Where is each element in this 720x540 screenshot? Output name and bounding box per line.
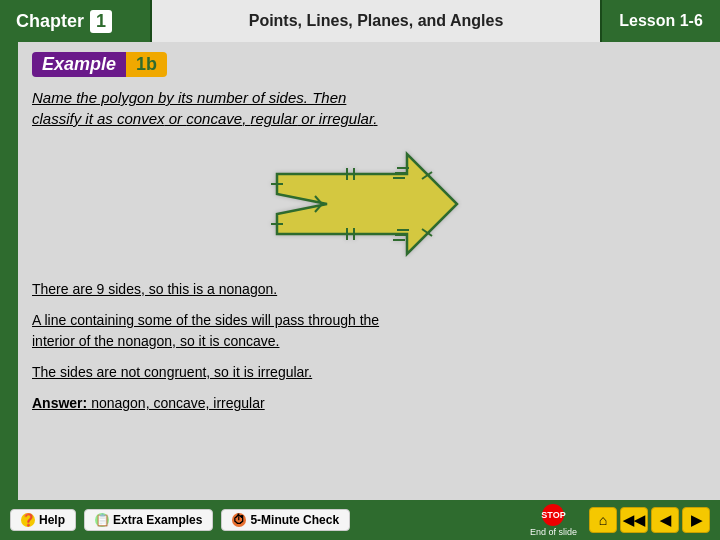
chapter-label: Chapter 1 — [0, 0, 152, 42]
answer-line-3: The sides are not congruent, so it is ir… — [32, 362, 702, 383]
chapter-word: Chapter — [16, 11, 84, 32]
home-button[interactable]: ⌂ — [589, 507, 617, 533]
polygon-svg — [247, 144, 487, 264]
chapter-number: 1 — [90, 10, 112, 33]
help-label: Help — [39, 513, 65, 527]
check-icon: ⏱ — [232, 513, 246, 527]
back-button[interactable]: ◀ — [651, 507, 679, 533]
example-label: Example — [32, 52, 126, 77]
back-back-button[interactable]: ◀◀ — [620, 507, 648, 533]
question-text: Name the polygon by its number of sides.… — [32, 87, 702, 129]
stop-circle: STOP — [542, 504, 564, 526]
example-number: 1b — [126, 52, 167, 77]
help-icon: ❓ — [21, 513, 35, 527]
end-of-slide-text: End of slide — [530, 527, 577, 537]
home-icon: ⌂ — [599, 512, 607, 528]
end-of-slide-badge: STOP End of slide — [530, 504, 577, 537]
header-bar: Chapter 1 Points, Lines, Planes, and Ang… — [0, 0, 720, 42]
five-minute-check-button[interactable]: ⏱ 5-Minute Check — [221, 509, 350, 531]
answer-2a: A line containing some of the sides will… — [32, 312, 379, 328]
header-lesson: Lesson 1-6 — [600, 0, 720, 42]
back-icon: ◀ — [660, 512, 671, 528]
forward-icon: ▶ — [691, 512, 702, 528]
back-back-icon: ◀◀ — [623, 512, 645, 528]
answer-2b: interior of the nonagon, so it is concav… — [32, 333, 279, 349]
example-badge: Example 1b — [32, 52, 702, 77]
main-wrapper: Example 1b Name the polygon by its numbe… — [0, 42, 720, 500]
forward-button[interactable]: ▶ — [682, 507, 710, 533]
polygon-diagram — [32, 139, 702, 269]
answer-label: Answer: — [32, 395, 87, 411]
extra-icon: 📋 — [95, 513, 109, 527]
content-area: Example 1b Name the polygon by its numbe… — [18, 42, 720, 500]
answer-value: nonagon, concave, irregular — [91, 395, 265, 411]
answer-line-1: There are 9 sides, so this is a nonagon. — [32, 279, 702, 300]
extra-label: Extra Examples — [113, 513, 202, 527]
footer-bar: ❓ Help 📋 Extra Examples ⏱ 5-Minute Check… — [0, 500, 720, 540]
help-button[interactable]: ❓ Help — [10, 509, 76, 531]
svg-marker-0 — [277, 154, 457, 254]
answer-final: Answer: nonagon, concave, irregular — [32, 393, 702, 414]
header-title: Points, Lines, Planes, and Angles — [152, 0, 600, 42]
answer-line-2: A line containing some of the sides will… — [32, 310, 702, 352]
extra-examples-button[interactable]: 📋 Extra Examples — [84, 509, 213, 531]
nav-buttons: ⌂ ◀◀ ◀ ▶ — [589, 507, 710, 533]
check-label: 5-Minute Check — [250, 513, 339, 527]
left-accent-bar — [0, 42, 18, 500]
